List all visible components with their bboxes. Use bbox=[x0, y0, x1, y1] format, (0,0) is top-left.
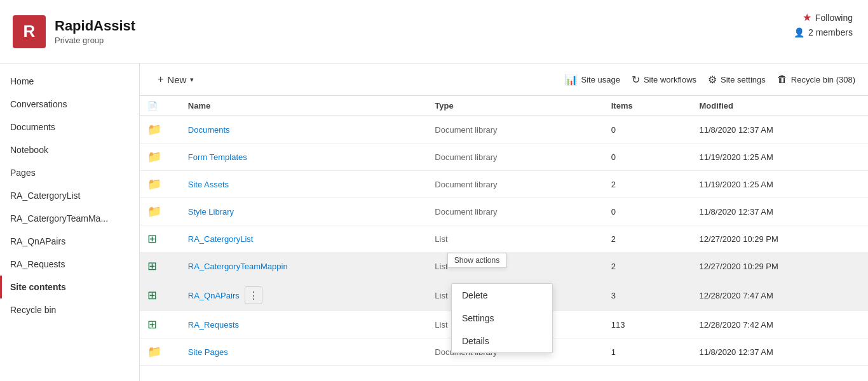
name-cell-inner: RA_QnAPairs ⋮ bbox=[188, 286, 419, 304]
row-type-cell: Document library bbox=[427, 198, 603, 225]
row-type-text: List bbox=[435, 234, 447, 244]
name-cell-inner: Form Templates bbox=[188, 152, 419, 162]
sidebar: Home Conversations Documents Notebook Pa… bbox=[0, 64, 140, 381]
row-type-cell: Document library bbox=[427, 171, 603, 198]
row-icon-cell: ⊞ bbox=[140, 225, 180, 253]
new-label: New bbox=[167, 74, 186, 85]
list-icon: ⊞ bbox=[147, 289, 157, 302]
table-row: 📁 Site Assets Document library 2 11/19/2… bbox=[140, 171, 868, 198]
row-type-cell: List bbox=[427, 253, 603, 280]
name-cell-inner: Site Assets bbox=[188, 180, 419, 189]
row-items-count: 113 bbox=[611, 320, 625, 330]
row-modified-cell: 12/28/2020 7:47 AM bbox=[691, 280, 868, 311]
list-icon: ⊞ bbox=[147, 232, 157, 245]
recycle-bin-icon: 🗑 bbox=[777, 74, 787, 85]
row-modified-date: 11/19/2020 1:25 AM bbox=[699, 152, 773, 162]
sidebar-item-home[interactable]: Home bbox=[0, 70, 139, 93]
row-name-link[interactable]: Documents bbox=[188, 125, 230, 135]
row-name-link[interactable]: Style Library bbox=[188, 207, 234, 217]
main-content: + New ▾ 📊 Site usage ↻ Site workflows ⚙ … bbox=[140, 64, 868, 381]
recycle-bin-button[interactable]: 🗑 Recycle bin (308) bbox=[777, 74, 855, 85]
site-workflows-label: Site workflows bbox=[644, 75, 696, 84]
col-header-items[interactable]: Items bbox=[604, 96, 692, 116]
row-items-cell: 0 bbox=[604, 144, 692, 171]
person-icon: 👤 bbox=[794, 27, 804, 37]
row-items-cell: 0 bbox=[604, 198, 692, 225]
row-items-count: 2 bbox=[611, 262, 616, 271]
row-modified-cell: 11/8/2020 12:37 AM bbox=[691, 198, 868, 225]
site-usage-icon: 📊 bbox=[565, 74, 578, 86]
sidebar-item-notebook[interactable]: Notebook bbox=[0, 138, 139, 161]
sidebar-item-ra-qnapairs[interactable]: RA_QnAPairs bbox=[0, 230, 139, 253]
sidebar-item-ra-categorylist[interactable]: RA_CatergoryList bbox=[0, 184, 139, 207]
row-name-link[interactable]: Site Assets bbox=[188, 180, 229, 189]
row-type-text: List bbox=[435, 291, 447, 300]
name-cell-inner: Documents bbox=[188, 125, 419, 135]
recycle-bin-label: Recycle bin (308) bbox=[791, 75, 855, 84]
row-name-link[interactable]: RA_CatergoryList bbox=[188, 234, 254, 244]
header: R RapidAssist Private group ★ Following … bbox=[0, 0, 868, 64]
row-modified-date: 12/28/2020 7:42 AM bbox=[699, 320, 773, 330]
sidebar-item-recycle-bin[interactable]: Recycle bin bbox=[0, 298, 139, 321]
new-button[interactable]: + New ▾ bbox=[153, 71, 199, 88]
table-row: ⊞ RA_CatergoryList List 2 12/27/2020 10:… bbox=[140, 225, 868, 253]
app-info: RapidAssist Private group bbox=[55, 18, 135, 45]
site-usage-label: Site usage bbox=[581, 75, 620, 84]
row-type-text: List bbox=[435, 262, 447, 271]
three-dots-button[interactable]: ⋮ bbox=[245, 286, 262, 304]
row-items-count: 2 bbox=[611, 234, 616, 244]
row-icon-cell: ⊞ bbox=[140, 311, 180, 338]
row-items-cell: 113 bbox=[604, 311, 692, 338]
sidebar-item-conversations[interactable]: Conversations bbox=[0, 93, 139, 116]
row-icon-cell: 📁 bbox=[140, 171, 180, 198]
row-icon-cell: ⊞ bbox=[140, 280, 180, 311]
context-menu-delete[interactable]: Delete bbox=[452, 284, 552, 307]
context-menu-settings[interactable]: Settings bbox=[452, 307, 552, 330]
row-name-link[interactable]: Form Templates bbox=[188, 152, 247, 162]
site-usage-button[interactable]: 📊 Site usage bbox=[565, 74, 620, 86]
row-name-link[interactable]: Site Pages bbox=[188, 347, 228, 357]
sidebar-item-pages[interactable]: Pages bbox=[0, 161, 139, 184]
row-name-cell: Site Pages bbox=[180, 338, 427, 366]
row-type-text: Document library bbox=[435, 207, 497, 217]
col-header-check: 📄 bbox=[140, 96, 180, 116]
row-items-count: 0 bbox=[611, 152, 616, 162]
document-library-icon: 📁 bbox=[147, 345, 161, 358]
list-icon: ⊞ bbox=[147, 318, 157, 331]
row-modified-cell: 12/28/2020 7:42 AM bbox=[691, 311, 868, 338]
site-settings-button[interactable]: ⚙ Site settings bbox=[708, 74, 766, 86]
gear-icon: ⚙ bbox=[708, 74, 717, 86]
sidebar-item-site-contents[interactable]: Site contents bbox=[0, 276, 139, 298]
row-modified-cell: 11/8/2020 12:37 AM bbox=[691, 116, 868, 144]
row-name-link[interactable]: RA_CatergoryTeamMappin bbox=[188, 262, 288, 271]
context-menu-details[interactable]: Details bbox=[452, 330, 552, 352]
name-cell-inner: Style Library bbox=[188, 207, 419, 217]
table-row: ⊞ RA_CatergoryTeamMappin Show actions Li… bbox=[140, 253, 868, 280]
col-header-type[interactable]: Type bbox=[427, 96, 603, 116]
col-header-name[interactable]: Name bbox=[180, 96, 427, 116]
row-name-link[interactable]: RA_QnAPairs bbox=[188, 291, 240, 300]
row-type-text: List bbox=[435, 320, 447, 330]
document-library-icon: 📁 bbox=[147, 150, 161, 163]
row-items-cell: 0 bbox=[604, 116, 692, 144]
sidebar-item-ra-requests[interactable]: RA_Requests bbox=[0, 253, 139, 276]
row-icon-cell: 📁 bbox=[140, 144, 180, 171]
row-name-cell: Style Library bbox=[180, 198, 427, 225]
row-name-link[interactable]: RA_Requests bbox=[188, 320, 239, 330]
sidebar-item-ra-categoryteamma[interactable]: RA_CatergoryTeamMa... bbox=[0, 207, 139, 230]
sidebar-item-documents[interactable]: Documents bbox=[0, 116, 139, 138]
context-menu: Delete Settings Details bbox=[451, 283, 553, 353]
row-modified-cell: 12/27/2020 10:29 PM bbox=[691, 253, 868, 280]
row-modified-cell: 12/27/2020 10:29 PM bbox=[691, 225, 868, 253]
toolbar-right: 📊 Site usage ↻ Site workflows ⚙ Site set… bbox=[565, 74, 856, 86]
row-name-cell: Documents bbox=[180, 116, 427, 144]
row-items-cell: 3 bbox=[604, 280, 692, 311]
members-button[interactable]: 👤 2 members bbox=[794, 27, 853, 37]
members-label: 2 members bbox=[808, 27, 853, 37]
chevron-down-icon: ▾ bbox=[190, 76, 194, 84]
col-header-modified[interactable]: Modified bbox=[691, 96, 868, 116]
name-cell-inner: Site Pages bbox=[188, 347, 419, 357]
following-button[interactable]: ★ Following bbox=[803, 11, 853, 23]
site-workflows-button[interactable]: ↻ Site workflows bbox=[632, 74, 696, 86]
table-row: 📁 Documents Document library 0 11/8/2020… bbox=[140, 116, 868, 144]
